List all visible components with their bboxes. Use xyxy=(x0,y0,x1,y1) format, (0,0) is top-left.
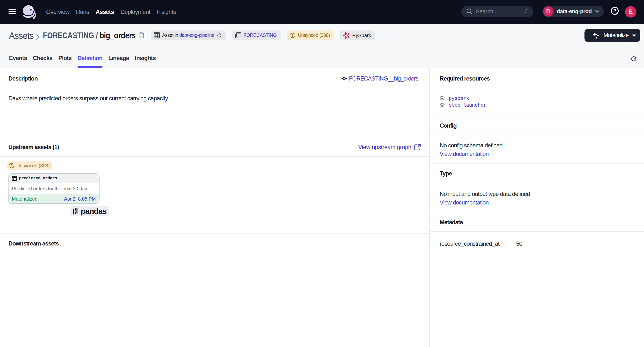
svg-text:?: ? xyxy=(613,8,616,14)
